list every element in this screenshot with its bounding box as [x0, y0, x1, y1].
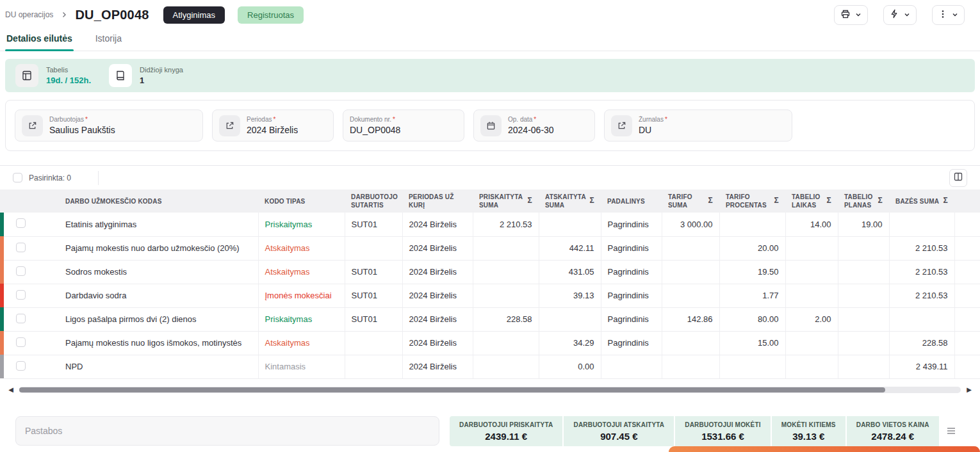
cell-base-sum: 2 210.53	[889, 284, 954, 307]
scrollbar-track[interactable]	[19, 387, 961, 393]
cell-filler	[954, 213, 980, 236]
cell-contract	[345, 331, 402, 355]
summary-menu-icon[interactable]	[947, 427, 956, 435]
cell-tariff-percent: 15.00	[719, 331, 785, 355]
topbar: DU operacijos DU_OP0048 Atlyginimas Regi…	[0, 0, 980, 27]
journal-field[interactable]: Žurnalas* DU	[604, 109, 792, 141]
table-row[interactable]: Pajamų mokestis nuo ligos išmokos, motin…	[0, 331, 980, 355]
cell-period: 2024 Birželis	[402, 307, 473, 331]
summary-value: 2439.11 €	[459, 431, 553, 442]
row-checkbox[interactable]	[16, 361, 26, 371]
cell-code-type: Kintamasis	[265, 362, 306, 371]
cell-department	[601, 355, 662, 378]
scroll-left-arrow[interactable]: ◀	[5, 386, 17, 393]
row-checkbox[interactable]	[16, 266, 26, 276]
column-header[interactable]: TARIFO SUMAΣ	[662, 190, 719, 213]
notes-input[interactable]	[15, 416, 439, 446]
row-checkbox[interactable]	[16, 243, 26, 252]
timesheet-summary[interactable]: Tabelis 19d. / 152h.	[15, 64, 91, 87]
required-asterisk: *	[665, 116, 667, 123]
external-link-icon[interactable]	[22, 115, 43, 136]
cell-accrued-sum: 228.58	[473, 307, 539, 331]
cell-deducted-sum: 442.11	[539, 236, 601, 260]
employee-field[interactable]: Darbuotojas* Saulius Paukštis	[15, 109, 203, 141]
column-header[interactable]: DARBO UŽMOKESČIO KODAS	[37, 190, 258, 213]
required-asterisk: *	[534, 116, 536, 123]
column-header[interactable]: BAZĖS SUMAΣ	[889, 190, 954, 213]
print-button[interactable]	[834, 5, 868, 25]
more-menu-button[interactable]	[932, 5, 965, 25]
cell-department: Pagrindinis	[601, 307, 662, 331]
sum-sigma-icon[interactable]: Σ	[528, 196, 532, 206]
cell-department: Pagrindinis	[601, 213, 662, 236]
cell-timesheet-plan	[838, 331, 889, 355]
table-row[interactable]: Darbdavio sodra Įmonės mokesčiai SUT01 2…	[0, 284, 980, 307]
scrollbar-thumb[interactable]	[19, 387, 885, 392]
table-header: DARBO UŽMOKESČIO KODAS KODO TIPAS DARBUO…	[0, 190, 980, 213]
row-checkbox[interactable]	[16, 290, 26, 300]
cell-tariff-sum: 3 000.00	[662, 213, 719, 236]
tab[interactable]: Istorija	[94, 27, 123, 51]
cell-code: Ligos pašalpa pirmos dvi (2) dienos	[37, 307, 258, 331]
table-row[interactable]: Pajamų mokestis nuo darbo užmokesčio (20…	[0, 236, 980, 260]
ledger-summary[interactable]: Didžioji knyga 1	[109, 64, 183, 87]
summary-label: DARBO VIETOS KAINA	[856, 421, 929, 428]
cell-deducted-sum: 39.13	[539, 284, 601, 307]
table-row[interactable]: Etatinis atlyginimas Priskaitymas SUT01 …	[0, 213, 980, 236]
column-header[interactable]: KODO TIPAS	[258, 190, 345, 213]
period-field[interactable]: Periodas* 2024 Birželis	[212, 109, 334, 141]
row-checkbox[interactable]	[16, 337, 26, 347]
cell-accrued-sum	[473, 236, 539, 260]
actions-button[interactable]	[883, 5, 917, 25]
external-link-icon[interactable]	[611, 115, 632, 136]
cell-code: Darbdavio sodra	[37, 284, 258, 307]
partial-notification-toast[interactable]	[669, 446, 980, 452]
sum-sigma-icon[interactable]: Σ	[878, 196, 883, 206]
operation-date-field[interactable]: Op. data* 2024-06-30	[473, 109, 595, 141]
row-checkbox[interactable]	[16, 314, 26, 323]
column-header[interactable]: TABELIO PLANASΣ	[838, 190, 889, 213]
table-row[interactable]: NPD Kintamasis 2024 Birželis 0.00 2 439.…	[0, 355, 980, 378]
document-number-field[interactable]: Dokumento nr.* DU_OP0048	[343, 109, 464, 141]
column-header[interactable]: TARIFO PROCENTASΣ	[719, 190, 785, 213]
sum-sigma-icon[interactable]: Σ	[943, 196, 948, 206]
summary-label: MOKĖTI KITIEMS	[781, 421, 836, 428]
cell-code-type: Priskaitymas	[265, 314, 313, 324]
cell-tariff-percent: 1.77	[719, 284, 785, 307]
select-all-checkbox[interactable]	[13, 173, 22, 182]
cell-timesheet-plan	[838, 260, 889, 284]
tab[interactable]: Detalios eilutės	[5, 27, 74, 51]
table-row[interactable]: Ligos pašalpa pirmos dvi (2) dienos Pris…	[0, 307, 980, 331]
timesheet-value: 19d. / 152h.	[46, 76, 91, 85]
column-header[interactable]: DARBUOTOJO SUTARTIS	[345, 190, 402, 213]
cell-tariff-percent: 20.00	[719, 236, 785, 260]
column-header[interactable]: ATSKAITYTA SUMAΣ	[539, 190, 601, 213]
chevron-right-icon	[61, 12, 67, 18]
scroll-right-arrow[interactable]: ▶	[963, 386, 975, 393]
calendar-icon[interactable]	[480, 115, 502, 136]
sum-sigma-icon[interactable]: Σ	[708, 196, 713, 206]
sum-sigma-icon[interactable]: Σ	[774, 196, 779, 206]
column-header[interactable]: TABELIO LAIKASΣ	[785, 190, 838, 213]
row-checkbox[interactable]	[16, 218, 26, 228]
sum-sigma-icon[interactable]: Σ	[827, 196, 831, 206]
header-filler	[954, 190, 980, 213]
column-header[interactable]: PRISKAITYTA SUMAΣ	[473, 190, 539, 213]
column-header[interactable]: PERIODAS UŽ KURĮ	[402, 190, 473, 213]
cell-timesheet-plan: 19.00	[838, 213, 889, 236]
required-asterisk: *	[273, 116, 275, 123]
summary-label: DARBUOTOJUI ATSKAITYTA	[573, 421, 664, 428]
page-title: DU_OP0048	[75, 8, 149, 22]
cell-code: NPD	[37, 355, 258, 378]
column-settings-button[interactable]	[949, 169, 967, 187]
summary-card: DARBUOTOJUI PRISKAITYTA 2439.11 €	[450, 416, 562, 446]
table-row[interactable]: Sodros mokestis Atskaitymas SUT01 2024 B…	[0, 260, 980, 284]
external-link-icon[interactable]	[219, 115, 240, 136]
cell-accrued-sum	[473, 331, 539, 355]
breadcrumb[interactable]: DU operacijos	[5, 10, 53, 19]
cell-filler	[954, 355, 980, 378]
sum-sigma-icon[interactable]: Σ	[590, 196, 594, 206]
cell-code: Sodros mokestis	[37, 260, 258, 284]
cell-timesheet-time	[785, 355, 838, 378]
column-header[interactable]: PADALINYS	[601, 190, 662, 213]
